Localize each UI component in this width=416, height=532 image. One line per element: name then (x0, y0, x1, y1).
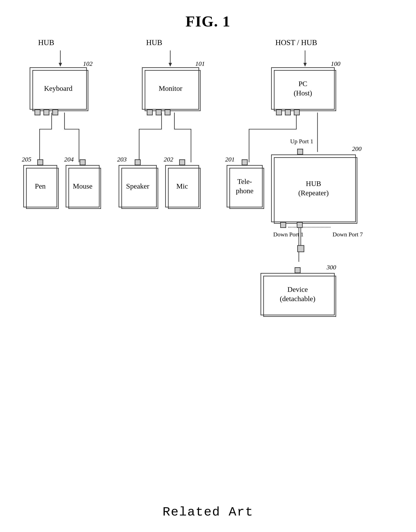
mouse-box: Mouse 204 (66, 165, 99, 207)
down-port1-label: Down Port 1 (273, 231, 304, 238)
svg-marker-1 (59, 63, 62, 67)
device-ref: 300 (327, 263, 336, 271)
page-title: FIG. 1 (0, 0, 416, 30)
down-port7-label: Down Port 7 (333, 231, 363, 238)
pen-ref: 205 (22, 155, 31, 163)
speaker-box: Speaker 203 (119, 165, 157, 207)
mic-ref: 202 (164, 155, 173, 163)
pen-box: Pen 205 (23, 165, 57, 207)
pc-box: PC (Host) 100 (271, 67, 335, 110)
device-box: Device (detachable) 300 (260, 273, 335, 315)
telephone-box: Tele- phone 201 (227, 165, 263, 207)
svg-marker-3 (168, 63, 172, 67)
hub-label-pc: HOST / HUB (275, 38, 317, 47)
telephone-ref: 201 (225, 155, 235, 163)
svg-marker-5 (303, 63, 307, 67)
mouse-ref: 204 (64, 155, 74, 163)
speaker-ref: 203 (117, 155, 127, 163)
hub-repeater-ref: 200 (352, 144, 362, 153)
hub-label-keyboard: HUB (38, 38, 54, 47)
mic-box: Mic 202 (165, 165, 199, 207)
keyboard-box: Keyboard 102 (30, 67, 87, 110)
monitor-ref: 101 (195, 59, 205, 68)
pc-ref: 100 (331, 59, 340, 68)
hub-repeater-box: HUB (Repeater) 200 (271, 154, 356, 222)
keyboard-ref: 102 (83, 59, 93, 68)
monitor-box: Monitor 101 (142, 67, 199, 110)
related-art-label: Related Art (0, 505, 416, 519)
svg-rect-7 (297, 246, 304, 252)
hub-label-monitor: HUB (146, 38, 162, 47)
up-port-label: Up Port 1 (290, 138, 313, 145)
